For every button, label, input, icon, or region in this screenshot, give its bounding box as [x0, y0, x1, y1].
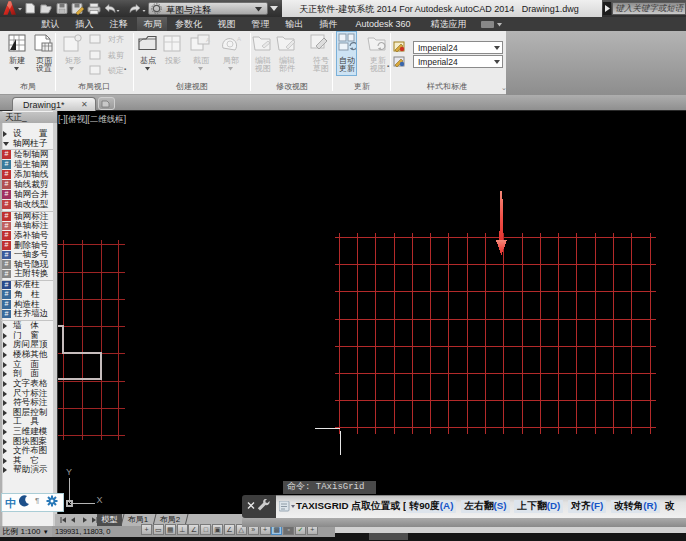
svg-text:X: X: [97, 495, 103, 505]
svg-text:Y: Y: [66, 467, 72, 477]
svg-text:A: A: [206, 37, 210, 43]
svg-text:A: A: [237, 36, 241, 42]
